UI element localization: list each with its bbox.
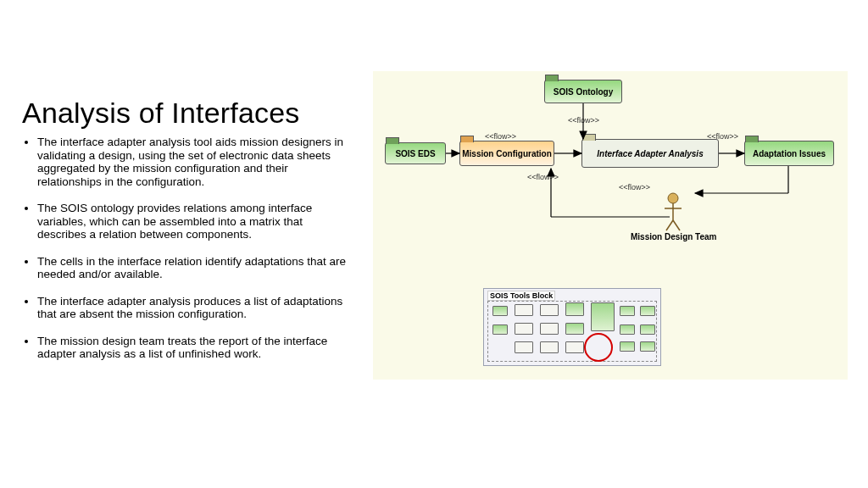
svg-line-13 xyxy=(673,220,680,230)
flow-label: <<flow>> xyxy=(568,116,599,125)
bullet-list: The interface adapter analysis tool aids… xyxy=(22,136,353,374)
block-label: Interface Adapter Analysis xyxy=(597,149,703,158)
block-sois-ontology: SOIS Ontology xyxy=(544,80,622,103)
bullet-item: The interface adapter analysis produces … xyxy=(37,295,353,321)
bullet-item: The mission design team treats the repor… xyxy=(37,335,353,361)
package-tab-icon xyxy=(386,137,399,144)
thumbnail-sois-tools-block: SOIS Tools Block xyxy=(483,288,661,366)
block-adaptation-issues: Adaptation Issues xyxy=(744,141,834,166)
block-mission-configuration: Mission Configuration xyxy=(459,141,554,166)
block-interface-adapter-analysis: Interface Adapter Analysis xyxy=(581,139,719,168)
arrows-svg xyxy=(373,71,848,291)
flow-label: <<flow>> xyxy=(485,132,516,141)
block-sois-eds: SOIS EDS xyxy=(385,142,446,164)
highlight-circle-icon xyxy=(584,333,613,362)
package-tab-icon xyxy=(582,134,596,141)
main-diagram-area: SOIS Ontology SOIS EDS Mission Configura… xyxy=(373,71,848,380)
bullet-item: The cells in the interface relation iden… xyxy=(37,255,353,281)
bullet-item: The SOIS ontology provides relations amo… xyxy=(37,202,353,241)
block-label: Mission Configuration xyxy=(462,149,552,158)
package-tab-icon xyxy=(745,136,759,142)
flow-label: <<flow>> xyxy=(619,183,650,191)
bullet-item: The interface adapter analysis tool aids… xyxy=(37,136,353,188)
block-label: SOIS Ontology xyxy=(554,87,614,97)
svg-point-9 xyxy=(668,193,678,203)
flow-label: <<flow>> xyxy=(527,173,559,181)
thumbnail-title: SOIS Tools Block xyxy=(487,291,555,301)
flow-label: <<flow>> xyxy=(707,132,738,141)
svg-line-12 xyxy=(666,220,673,230)
actor-label: Mission Design Team xyxy=(631,232,717,241)
package-tab-icon xyxy=(545,75,559,81)
slide-title: Analysis of Interfaces xyxy=(22,97,300,130)
block-label: Adaptation Issues xyxy=(753,149,826,158)
package-tab-icon xyxy=(460,136,474,142)
block-label: SOIS EDS xyxy=(395,149,435,158)
